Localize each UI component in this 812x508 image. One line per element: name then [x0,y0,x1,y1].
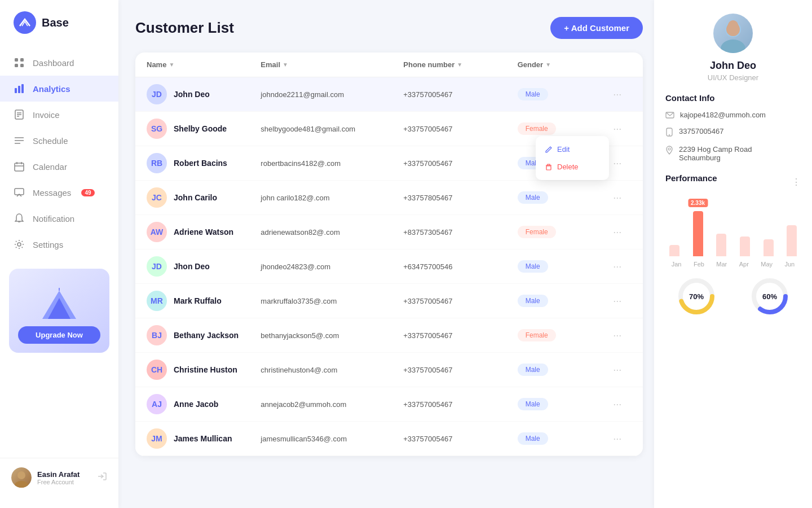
avatar: AW [147,222,167,242]
table-row[interactable]: JD John Deo johndoe2211@gmail.com +33757… [135,77,643,112]
gender-badge: Male [518,191,548,204]
gender-badge: Male [518,260,548,273]
more-options-button[interactable]: ··· [603,364,632,376]
svg-point-34 [669,134,670,135]
contact-address-item: 2239 Hog Camp Road Schaumburg [665,145,801,162]
cell-email: robertbacins4182@.com [261,159,403,168]
svg-point-31 [727,20,739,34]
cell-phone: +63475700546 [403,262,517,271]
context-menu: Edit Delete [536,136,609,180]
cell-phone: +33757005467 [403,435,517,443]
svg-rect-1 [20,58,24,62]
nav-messages-label: Messages [33,188,71,198]
donut-2: 60% [750,277,789,316]
performance-title: Performance [665,173,717,183]
table-row[interactable]: AJ Anne Jacob annejacob2@ummoh.com +3375… [135,387,643,422]
context-edit-item[interactable]: Edit [536,141,609,158]
context-delete-item[interactable]: Delete [536,158,609,176]
bar [787,225,797,256]
bar-label: 2.33k [688,199,708,207]
sidebar-item-invoice[interactable]: Invoice [0,102,118,128]
col-name[interactable]: Name ▼ [147,60,261,69]
table-row[interactable]: CH Christine Huston christinehuston4@.co… [135,353,643,387]
add-customer-button[interactable]: + Add Customer [550,17,643,39]
page-title: Customer List [135,19,234,37]
col-email[interactable]: Email ▼ [261,60,403,69]
avatar: JD [147,84,167,104]
cell-gender: Male [518,295,603,307]
sidebar-item-notification[interactable]: Notification [0,205,118,231]
more-options-button[interactable]: ··· [603,330,632,341]
table-row[interactable]: JM James Mullican jamesmullican5346@.com… [135,422,643,456]
col-phone[interactable]: Phone number ▼ [403,60,517,69]
sidebar-user-role: Free Account [37,479,80,485]
logo: Base [0,11,118,50]
avatar: AJ [147,394,167,414]
table-row[interactable]: AW Adriene Watson adrienewatson82@.com +… [135,215,643,249]
sort-icon-name: ▼ [169,62,174,68]
avatar: JC [147,187,167,208]
upgrade-button[interactable]: Upgrade Now [18,326,100,344]
more-options-button[interactable]: ··· [603,226,632,238]
contact-section: Contact Info kajope4182@ummoh.com 337570… [665,93,801,162]
messages-badge: 49 [81,189,94,196]
bar: 2.33k [693,211,703,256]
sidebar-item-schedule[interactable]: Schedule [0,128,118,154]
customer-name: BJ Bethany Jackson [147,325,261,345]
cell-gender: Female [518,226,603,238]
gender-badge: Male [518,295,548,307]
col-gender[interactable]: Gender ▼ [518,60,603,69]
cell-phone: +33757005467 [403,366,517,374]
contact-address: 2239 Hog Camp Road Schaumburg [679,145,752,162]
avatar: JM [147,428,167,449]
more-options-button[interactable]: ··· [603,398,632,410]
sidebar-item-calendar[interactable]: Calendar [0,154,118,179]
sidebar-item-messages[interactable]: Messages 49 [0,179,118,205]
table-header: Name ▼ Email ▼ Phone number ▼ Gender ▼ [135,52,643,77]
customer-name: JC John Carilo [147,187,261,208]
svg-point-24 [17,471,25,479]
sidebar-item-analytics[interactable]: Analytics [0,76,118,102]
logo-icon [14,11,36,34]
avatar: RB [147,153,167,173]
nav-dashboard-label: Dashboard [33,58,74,68]
more-options-button[interactable]: ··· [603,433,632,445]
right-panel: John Deo UI/UX Designer Contact Info kaj… [654,0,812,508]
more-options-button[interactable]: ··· [603,261,632,273]
gender-badge: Female [518,226,556,238]
more-options-button[interactable]: ··· [603,295,632,307]
gender-badge: Male [518,398,548,410]
calendar-icon [14,161,25,172]
customer-name: JD Jhon Deo [147,256,261,277]
more-options-button[interactable]: ··· [603,123,632,135]
customer-name: SG Shelby Goode [147,119,261,139]
sidebar-item-dashboard[interactable]: Dashboard [0,50,118,76]
customer-name: AJ Anne Jacob [147,394,261,414]
cell-email: bethanyjackson5@.com [261,331,403,340]
sidebar-item-settings[interactable]: Settings [0,231,118,257]
svg-point-20 [17,243,21,246]
table-row[interactable]: MR Mark Ruffalo markruffalo3735@.com +33… [135,284,643,318]
customer-name: RB Robert Bacins [147,153,261,173]
avatar: MR [147,291,167,311]
cell-email: christinehuston4@.com [261,366,403,374]
bar-group [712,234,730,256]
cell-phone: +33757005467 [403,331,517,340]
more-options-button[interactable]: ··· [603,89,632,100]
phone-icon [665,128,673,138]
cell-gender: Female [518,329,603,341]
customer-table: Name ▼ Email ▼ Phone number ▼ Gender ▼ [135,52,643,456]
svg-point-25 [15,481,28,488]
more-options-button[interactable]: ··· [603,192,632,204]
table-row[interactable]: BJ Bethany Jackson bethanyjackson5@.com … [135,318,643,353]
performance-more-icon[interactable]: ⋮ [792,177,801,187]
table-row[interactable]: JD Jhon Deo jhondeo24823@.com +634757005… [135,249,643,284]
gender-badge: Female [518,122,556,135]
avatar: SG [147,119,167,139]
nav-schedule-label: Schedule [33,136,68,146]
chart-labels: JanFebMarAprMayJun [665,261,801,268]
logout-icon[interactable] [97,471,107,484]
table-row[interactable]: JC John Carilo john carilo182@.com +3375… [135,181,643,215]
cell-email: annejacob2@ummoh.com [261,400,403,409]
gender-badge: Male [518,432,548,445]
